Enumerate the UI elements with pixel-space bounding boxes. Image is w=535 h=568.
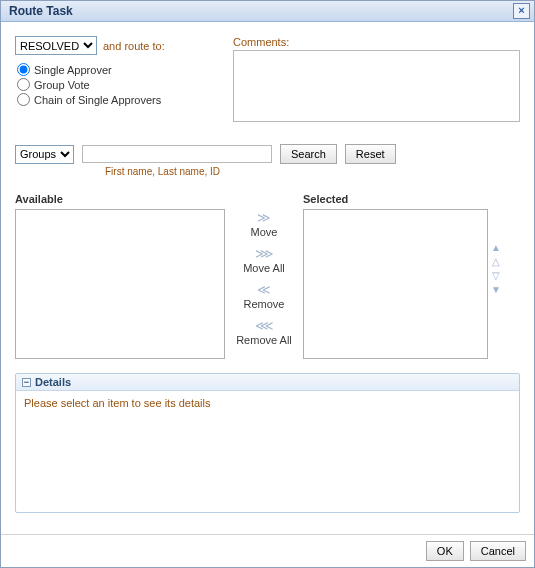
top-row: RESOLVED and route to: Single Approver G… bbox=[15, 36, 520, 124]
route-to-label: and route to: bbox=[103, 40, 165, 52]
search-row: Groups Search Reset bbox=[15, 144, 520, 164]
search-button[interactable]: Search bbox=[280, 144, 337, 164]
reorder-column: ▲ △ ▽ ▼ bbox=[488, 193, 504, 295]
route-option-chain[interactable]: Chain of Single Approvers bbox=[17, 93, 215, 106]
route-radio-group-label: Group Vote bbox=[34, 79, 90, 91]
route-radio-chain-label: Chain of Single Approvers bbox=[34, 94, 161, 106]
move-up-icon[interactable]: △ bbox=[492, 257, 500, 267]
comments-label: Comments: bbox=[233, 36, 520, 48]
remove-label: Remove bbox=[244, 298, 285, 310]
available-label: Available bbox=[15, 193, 225, 205]
cancel-button[interactable]: Cancel bbox=[470, 541, 526, 561]
route-task-dialog: Route Task × RESOLVED and route to: Sing… bbox=[0, 0, 535, 568]
dialog-title: Route Task bbox=[9, 4, 73, 18]
route-radio-chain[interactable] bbox=[17, 93, 30, 106]
details-title: Details bbox=[35, 376, 71, 388]
scope-select[interactable]: Groups bbox=[15, 145, 74, 164]
ok-button[interactable]: OK bbox=[426, 541, 464, 561]
move-all-icon[interactable]: ⋙ bbox=[255, 247, 273, 261]
available-listbox[interactable] bbox=[15, 209, 225, 359]
search-hint: First name, Last name, ID bbox=[105, 166, 520, 177]
route-option-single[interactable]: Single Approver bbox=[17, 63, 215, 76]
selected-column: Selected bbox=[303, 193, 488, 359]
status-column: RESOLVED and route to: Single Approver G… bbox=[15, 36, 215, 124]
status-select[interactable]: RESOLVED bbox=[15, 36, 97, 55]
route-option-list: Single Approver Group Vote Chain of Sing… bbox=[15, 61, 215, 106]
details-header: − Details bbox=[16, 374, 519, 391]
details-body: Please select an item to see its details bbox=[16, 391, 519, 415]
selected-label: Selected bbox=[303, 193, 488, 205]
search-input[interactable] bbox=[82, 145, 272, 163]
move-bottom-icon[interactable]: ▼ bbox=[491, 285, 501, 295]
close-icon[interactable]: × bbox=[513, 3, 530, 19]
move-all-label: Move All bbox=[243, 262, 285, 274]
available-column: Available bbox=[15, 193, 225, 359]
remove-all-label: Remove All bbox=[236, 334, 292, 346]
route-radio-single[interactable] bbox=[17, 63, 30, 76]
route-radio-group[interactable] bbox=[17, 78, 30, 91]
titlebar: Route Task × bbox=[1, 1, 534, 22]
comments-textarea[interactable] bbox=[233, 50, 520, 122]
move-down-icon[interactable]: ▽ bbox=[492, 271, 500, 281]
route-option-group[interactable]: Group Vote bbox=[17, 78, 215, 91]
dialog-footer: OK Cancel bbox=[1, 534, 534, 567]
move-top-icon[interactable]: ▲ bbox=[491, 243, 501, 253]
selected-listbox[interactable] bbox=[303, 209, 488, 359]
move-label: Move bbox=[251, 226, 278, 238]
details-panel: − Details Please select an item to see i… bbox=[15, 373, 520, 513]
collapse-icon[interactable]: − bbox=[22, 378, 31, 387]
reset-button[interactable]: Reset bbox=[345, 144, 396, 164]
remove-icon[interactable]: ≪ bbox=[257, 283, 271, 297]
route-radio-single-label: Single Approver bbox=[34, 64, 112, 76]
comments-column: Comments: bbox=[233, 36, 520, 124]
dialog-body: RESOLVED and route to: Single Approver G… bbox=[1, 22, 534, 534]
picker: Available ≫ Move ⋙ Move All ≪ Remove ⋘ R… bbox=[15, 193, 520, 359]
mover-column: ≫ Move ⋙ Move All ≪ Remove ⋘ Remove All bbox=[225, 193, 303, 354]
status-line: RESOLVED and route to: bbox=[15, 36, 215, 55]
remove-all-icon[interactable]: ⋘ bbox=[255, 319, 273, 333]
move-icon[interactable]: ≫ bbox=[257, 211, 271, 225]
